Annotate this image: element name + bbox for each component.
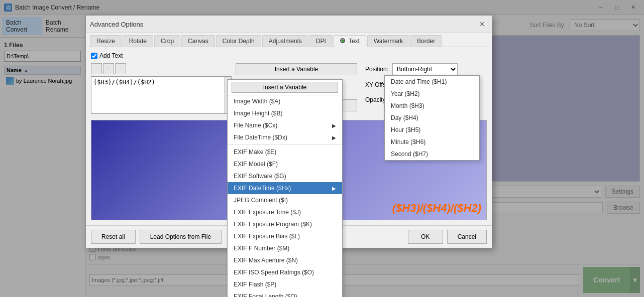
- load-options-button[interactable]: Load Options from File: [140, 230, 222, 244]
- submenu-second[interactable]: Second ($H7): [385, 148, 479, 160]
- preview-text: ($H3)/($H4)/($H2): [392, 202, 481, 215]
- submenu: Date and Time ($H1) Year ($H2) Month ($H…: [384, 75, 480, 161]
- add-text-checkbox-input[interactable]: [91, 53, 97, 59]
- dropdown-item-exif-flash[interactable]: EXIF Flash ($P): [228, 278, 342, 290]
- align-right-button[interactable]: ≡: [115, 63, 126, 74]
- dropdown-item-exif-max-aperture[interactable]: EXIF Max Aperture ($N): [228, 254, 342, 266]
- dropdown-item-image-height[interactable]: Image Height ($B): [228, 107, 342, 119]
- dropdown-header-row: Insert a Variable: [228, 80, 342, 95]
- align-center-button[interactable]: ≡: [103, 63, 114, 74]
- exif-datetime-submenu: Date and Time ($H1) Year ($H2) Month ($H…: [384, 75, 480, 161]
- add-text-row: Add Text: [91, 52, 487, 59]
- insert-variable-button[interactable]: Insert a Variable: [236, 63, 357, 75]
- modal-footer-left: Reset all Load Options from File: [91, 230, 222, 244]
- dropdown-item-jpeg-comment[interactable]: JPEG Comment ($I): [228, 194, 342, 206]
- dropdown-item-exif-f-number[interactable]: EXIF F Number ($M): [228, 242, 342, 254]
- text-input[interactable]: ($H3)/($H4)/($H2): [91, 77, 231, 112]
- text-input-area: ($H3)/($H4)/($H2): [91, 76, 232, 114]
- submenu-hour[interactable]: Hour ($H5): [385, 124, 479, 136]
- dropdown-item-exif-model[interactable]: EXIF Model ($F): [228, 158, 342, 170]
- dropdown-item-exif-datetime[interactable]: EXIF DateTime ($Hx) ▶: [228, 182, 342, 194]
- cancel-button[interactable]: Cancel: [447, 230, 487, 244]
- tab-text[interactable]: Text: [334, 35, 366, 47]
- tab-text-radio: [340, 38, 345, 43]
- submenu-year[interactable]: Year ($H2): [385, 88, 479, 100]
- dropdown-menu: Insert a Variable Image Width ($A) Image…: [227, 79, 343, 297]
- tab-adjustments[interactable]: Adjustments: [262, 35, 308, 47]
- tab-dpi[interactable]: DPI: [309, 35, 333, 47]
- position-dropdown[interactable]: Bottom-Right: [392, 63, 458, 75]
- insert-variable-header-button[interactable]: Insert a Variable: [232, 82, 338, 93]
- submenu-minute[interactable]: Minute ($H6): [385, 136, 479, 148]
- dropdown-divider-1: [228, 144, 342, 145]
- file-datetime-arrow-icon: ▶: [332, 135, 336, 140]
- modal-close-button[interactable]: ✕: [477, 19, 488, 30]
- modal-title-bar: Advanced Options ✕: [86, 16, 492, 33]
- exif-datetime-arrow-icon: ▶: [332, 186, 336, 191]
- submenu-month[interactable]: Month ($H3): [385, 100, 479, 112]
- dropdown-item-exif-iso[interactable]: EXIF ISO Speed Ratings ($O): [228, 266, 342, 278]
- insert-variable-dropdown: Insert a Variable Image Width ($A) Image…: [227, 79, 343, 297]
- reset-all-button[interactable]: Reset all: [91, 230, 136, 244]
- modal-footer-right: OK Cancel: [408, 230, 487, 244]
- position-row: Position: Bottom-Right: [365, 63, 487, 75]
- dropdown-item-file-name[interactable]: File Name ($Cx) ▶: [228, 119, 342, 131]
- position-label: Position:: [365, 66, 388, 73]
- add-text-checkbox[interactable]: Add Text: [91, 52, 123, 59]
- dropdown-item-exif-focal-length[interactable]: EXIF Focal Length ($Q): [228, 290, 342, 297]
- modal-title: Advanced Options: [90, 21, 143, 28]
- ok-button[interactable]: OK: [408, 230, 443, 244]
- tab-crop[interactable]: Crop: [154, 35, 180, 47]
- tab-color-depth[interactable]: Color Depth: [216, 35, 261, 47]
- dropdown-item-file-datetime[interactable]: File DateTime ($Dx) ▶: [228, 131, 342, 143]
- dropdown-item-exif-software[interactable]: EXIF Software ($G): [228, 170, 342, 182]
- dropdown-item-image-width[interactable]: Image Width ($A): [228, 95, 342, 107]
- dropdown-item-exif-make[interactable]: EXIF Make ($E): [228, 146, 342, 158]
- tab-border[interactable]: Border: [410, 35, 442, 47]
- submenu-day[interactable]: Day ($H4): [385, 112, 479, 124]
- tab-watermark[interactable]: Watermark: [367, 35, 409, 47]
- tab-canvas[interactable]: Canvas: [181, 35, 215, 47]
- dropdown-item-exif-exposure-time[interactable]: EXIF Exposure Time ($J): [228, 206, 342, 218]
- submenu-date-time[interactable]: Date and Time ($H1): [385, 76, 479, 88]
- dropdown-item-exif-exposure-bias[interactable]: EXIF Exposure Bias ($L): [228, 230, 342, 242]
- add-text-label: Add Text: [99, 52, 123, 59]
- dropdown-item-exif-exposure-program[interactable]: EXIF Exposure Program ($K): [228, 218, 342, 230]
- tab-rotate[interactable]: Rotate: [123, 35, 153, 47]
- file-name-arrow-icon: ▶: [332, 123, 336, 128]
- text-left: ≡ ≡ ≡ ($H3)/($H4)/($H2): [91, 63, 232, 114]
- tab-resize[interactable]: Resize: [90, 35, 122, 47]
- app-window: 🖼 Batch Image Convert / Rename ─ □ ✕ Bat…: [0, 0, 644, 297]
- align-left-button[interactable]: ≡: [91, 63, 102, 74]
- tab-bar: Resize Rotate Crop Canvas Color Depth Ad…: [86, 33, 492, 47]
- align-buttons: ≡ ≡ ≡: [91, 63, 232, 74]
